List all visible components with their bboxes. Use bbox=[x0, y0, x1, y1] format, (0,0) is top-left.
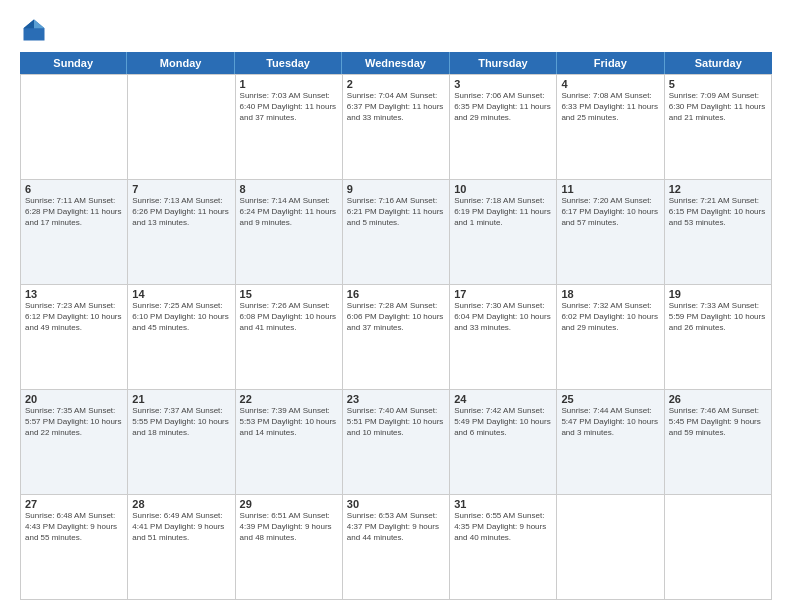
cell-info: Sunrise: 6:49 AM Sunset: 4:41 PM Dayligh… bbox=[132, 511, 230, 543]
day-number: 22 bbox=[240, 393, 338, 405]
calendar-cell bbox=[665, 495, 772, 600]
cell-info: Sunrise: 7:06 AM Sunset: 6:35 PM Dayligh… bbox=[454, 91, 552, 123]
day-number: 29 bbox=[240, 498, 338, 510]
svg-marker-2 bbox=[24, 20, 35, 29]
cell-info: Sunrise: 7:20 AM Sunset: 6:17 PM Dayligh… bbox=[561, 196, 659, 228]
cell-info: Sunrise: 6:48 AM Sunset: 4:43 PM Dayligh… bbox=[25, 511, 123, 543]
header-day-thursday: Thursday bbox=[450, 52, 557, 74]
calendar-cell: 31Sunrise: 6:55 AM Sunset: 4:35 PM Dayli… bbox=[450, 495, 557, 600]
cell-info: Sunrise: 6:51 AM Sunset: 4:39 PM Dayligh… bbox=[240, 511, 338, 543]
cell-info: Sunrise: 7:09 AM Sunset: 6:30 PM Dayligh… bbox=[669, 91, 767, 123]
calendar: SundayMondayTuesdayWednesdayThursdayFrid… bbox=[20, 52, 772, 600]
day-number: 3 bbox=[454, 78, 552, 90]
calendar-cell: 12Sunrise: 7:21 AM Sunset: 6:15 PM Dayli… bbox=[665, 180, 772, 285]
calendar-cell: 6Sunrise: 7:11 AM Sunset: 6:28 PM Daylig… bbox=[21, 180, 128, 285]
calendar-cell: 13Sunrise: 7:23 AM Sunset: 6:12 PM Dayli… bbox=[21, 285, 128, 390]
calendar-cell: 28Sunrise: 6:49 AM Sunset: 4:41 PM Dayli… bbox=[128, 495, 235, 600]
day-number: 12 bbox=[669, 183, 767, 195]
logo bbox=[20, 16, 52, 44]
day-number: 1 bbox=[240, 78, 338, 90]
day-number: 6 bbox=[25, 183, 123, 195]
calendar-cell: 19Sunrise: 7:33 AM Sunset: 5:59 PM Dayli… bbox=[665, 285, 772, 390]
day-number: 23 bbox=[347, 393, 445, 405]
calendar-cell: 14Sunrise: 7:25 AM Sunset: 6:10 PM Dayli… bbox=[128, 285, 235, 390]
day-number: 27 bbox=[25, 498, 123, 510]
day-number: 21 bbox=[132, 393, 230, 405]
calendar-cell: 26Sunrise: 7:46 AM Sunset: 5:45 PM Dayli… bbox=[665, 390, 772, 495]
cell-info: Sunrise: 7:18 AM Sunset: 6:19 PM Dayligh… bbox=[454, 196, 552, 228]
day-number: 26 bbox=[669, 393, 767, 405]
calendar-cell: 24Sunrise: 7:42 AM Sunset: 5:49 PM Dayli… bbox=[450, 390, 557, 495]
calendar-body: 1Sunrise: 7:03 AM Sunset: 6:40 PM Daylig… bbox=[20, 74, 772, 600]
calendar-cell: 30Sunrise: 6:53 AM Sunset: 4:37 PM Dayli… bbox=[343, 495, 450, 600]
calendar-cell: 5Sunrise: 7:09 AM Sunset: 6:30 PM Daylig… bbox=[665, 75, 772, 180]
cell-info: Sunrise: 7:40 AM Sunset: 5:51 PM Dayligh… bbox=[347, 406, 445, 438]
day-number: 8 bbox=[240, 183, 338, 195]
header-day-friday: Friday bbox=[557, 52, 664, 74]
cell-info: Sunrise: 7:11 AM Sunset: 6:28 PM Dayligh… bbox=[25, 196, 123, 228]
cell-info: Sunrise: 7:26 AM Sunset: 6:08 PM Dayligh… bbox=[240, 301, 338, 333]
calendar-cell: 4Sunrise: 7:08 AM Sunset: 6:33 PM Daylig… bbox=[557, 75, 664, 180]
calendar-cell: 29Sunrise: 6:51 AM Sunset: 4:39 PM Dayli… bbox=[236, 495, 343, 600]
day-number: 19 bbox=[669, 288, 767, 300]
cell-info: Sunrise: 7:25 AM Sunset: 6:10 PM Dayligh… bbox=[132, 301, 230, 333]
logo-icon bbox=[20, 16, 48, 44]
day-number: 10 bbox=[454, 183, 552, 195]
cell-info: Sunrise: 7:42 AM Sunset: 5:49 PM Dayligh… bbox=[454, 406, 552, 438]
day-number: 20 bbox=[25, 393, 123, 405]
day-number: 2 bbox=[347, 78, 445, 90]
header bbox=[20, 16, 772, 44]
calendar-cell: 27Sunrise: 6:48 AM Sunset: 4:43 PM Dayli… bbox=[21, 495, 128, 600]
calendar-cell: 20Sunrise: 7:35 AM Sunset: 5:57 PM Dayli… bbox=[21, 390, 128, 495]
day-number: 15 bbox=[240, 288, 338, 300]
calendar-cell: 25Sunrise: 7:44 AM Sunset: 5:47 PM Dayli… bbox=[557, 390, 664, 495]
cell-info: Sunrise: 7:04 AM Sunset: 6:37 PM Dayligh… bbox=[347, 91, 445, 123]
day-number: 14 bbox=[132, 288, 230, 300]
cell-info: Sunrise: 7:28 AM Sunset: 6:06 PM Dayligh… bbox=[347, 301, 445, 333]
cell-info: Sunrise: 7:14 AM Sunset: 6:24 PM Dayligh… bbox=[240, 196, 338, 228]
day-number: 11 bbox=[561, 183, 659, 195]
day-number: 13 bbox=[25, 288, 123, 300]
day-number: 9 bbox=[347, 183, 445, 195]
calendar-cell: 23Sunrise: 7:40 AM Sunset: 5:51 PM Dayli… bbox=[343, 390, 450, 495]
header-day-wednesday: Wednesday bbox=[342, 52, 449, 74]
day-number: 28 bbox=[132, 498, 230, 510]
cell-info: Sunrise: 7:13 AM Sunset: 6:26 PM Dayligh… bbox=[132, 196, 230, 228]
cell-info: Sunrise: 7:03 AM Sunset: 6:40 PM Dayligh… bbox=[240, 91, 338, 123]
cell-info: Sunrise: 7:32 AM Sunset: 6:02 PM Dayligh… bbox=[561, 301, 659, 333]
calendar-cell bbox=[557, 495, 664, 600]
header-day-tuesday: Tuesday bbox=[235, 52, 342, 74]
cell-info: Sunrise: 7:46 AM Sunset: 5:45 PM Dayligh… bbox=[669, 406, 767, 438]
calendar-cell: 3Sunrise: 7:06 AM Sunset: 6:35 PM Daylig… bbox=[450, 75, 557, 180]
page: SundayMondayTuesdayWednesdayThursdayFrid… bbox=[0, 0, 792, 612]
calendar-cell: 11Sunrise: 7:20 AM Sunset: 6:17 PM Dayli… bbox=[557, 180, 664, 285]
calendar-row: 6Sunrise: 7:11 AM Sunset: 6:28 PM Daylig… bbox=[21, 180, 772, 285]
cell-info: Sunrise: 7:16 AM Sunset: 6:21 PM Dayligh… bbox=[347, 196, 445, 228]
cell-info: Sunrise: 7:44 AM Sunset: 5:47 PM Dayligh… bbox=[561, 406, 659, 438]
day-number: 31 bbox=[454, 498, 552, 510]
header-day-saturday: Saturday bbox=[665, 52, 772, 74]
calendar-cell: 18Sunrise: 7:32 AM Sunset: 6:02 PM Dayli… bbox=[557, 285, 664, 390]
day-number: 25 bbox=[561, 393, 659, 405]
calendar-cell: 9Sunrise: 7:16 AM Sunset: 6:21 PM Daylig… bbox=[343, 180, 450, 285]
header-day-monday: Monday bbox=[127, 52, 234, 74]
cell-info: Sunrise: 7:08 AM Sunset: 6:33 PM Dayligh… bbox=[561, 91, 659, 123]
calendar-cell: 1Sunrise: 7:03 AM Sunset: 6:40 PM Daylig… bbox=[236, 75, 343, 180]
calendar-cell bbox=[128, 75, 235, 180]
day-number: 16 bbox=[347, 288, 445, 300]
cell-info: Sunrise: 6:55 AM Sunset: 4:35 PM Dayligh… bbox=[454, 511, 552, 543]
cell-info: Sunrise: 7:35 AM Sunset: 5:57 PM Dayligh… bbox=[25, 406, 123, 438]
calendar-cell: 7Sunrise: 7:13 AM Sunset: 6:26 PM Daylig… bbox=[128, 180, 235, 285]
cell-info: Sunrise: 7:23 AM Sunset: 6:12 PM Dayligh… bbox=[25, 301, 123, 333]
calendar-header: SundayMondayTuesdayWednesdayThursdayFrid… bbox=[20, 52, 772, 74]
calendar-row: 20Sunrise: 7:35 AM Sunset: 5:57 PM Dayli… bbox=[21, 390, 772, 495]
header-day-sunday: Sunday bbox=[20, 52, 127, 74]
calendar-row: 27Sunrise: 6:48 AM Sunset: 4:43 PM Dayli… bbox=[21, 495, 772, 600]
calendar-cell: 21Sunrise: 7:37 AM Sunset: 5:55 PM Dayli… bbox=[128, 390, 235, 495]
calendar-cell: 10Sunrise: 7:18 AM Sunset: 6:19 PM Dayli… bbox=[450, 180, 557, 285]
calendar-cell: 22Sunrise: 7:39 AM Sunset: 5:53 PM Dayli… bbox=[236, 390, 343, 495]
calendar-cell: 2Sunrise: 7:04 AM Sunset: 6:37 PM Daylig… bbox=[343, 75, 450, 180]
day-number: 24 bbox=[454, 393, 552, 405]
svg-marker-1 bbox=[34, 20, 45, 29]
calendar-cell: 16Sunrise: 7:28 AM Sunset: 6:06 PM Dayli… bbox=[343, 285, 450, 390]
